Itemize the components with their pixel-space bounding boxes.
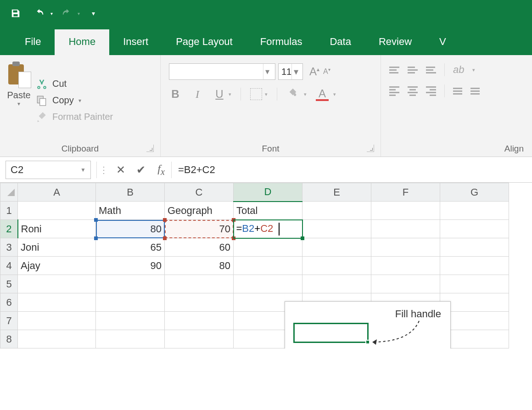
- row-header-7[interactable]: 7: [0, 312, 18, 330]
- cell-D1[interactable]: Total: [234, 202, 302, 220]
- tab-page-layout[interactable]: Page Layout: [162, 29, 246, 55]
- cell-G2[interactable]: [440, 220, 509, 238]
- font-color-button[interactable]: A: [316, 87, 329, 101]
- tab-data[interactable]: Data: [316, 29, 364, 55]
- row-header-5[interactable]: 5: [0, 275, 18, 293]
- cell-E1[interactable]: [302, 202, 371, 220]
- worksheet-grid[interactable]: ABCDEFG1MathGeographTotal2Roni80703Joni6…: [0, 183, 532, 348]
- cell-B2[interactable]: 80: [96, 220, 165, 238]
- align-center-button[interactable]: [408, 86, 418, 96]
- tab-view-partial[interactable]: V: [426, 29, 460, 55]
- cell-F1[interactable]: [371, 202, 440, 220]
- cancel-button[interactable]: ✕: [111, 163, 131, 176]
- bold-button[interactable]: B: [169, 88, 182, 101]
- name-box[interactable]: C2 ▼: [6, 161, 91, 179]
- tab-file[interactable]: File: [11, 29, 55, 55]
- cell-B8[interactable]: [96, 330, 165, 348]
- cell-A5[interactable]: [18, 275, 96, 293]
- cell-G3[interactable]: [440, 238, 509, 257]
- cell-D4[interactable]: [234, 257, 302, 275]
- cell-A4[interactable]: Ajay: [18, 257, 96, 275]
- cell-A3[interactable]: Joni: [18, 238, 96, 257]
- decrease-indent-button[interactable]: [453, 88, 462, 95]
- cell-C2[interactable]: 70: [165, 220, 234, 238]
- cell-E5[interactable]: [302, 275, 371, 293]
- customize-qat-button[interactable]: ▾: [92, 10, 95, 17]
- save-button[interactable]: [6, 5, 26, 22]
- col-header-E[interactable]: E: [302, 183, 371, 202]
- undo-button[interactable]: [29, 5, 50, 22]
- borders-button[interactable]: [250, 88, 262, 100]
- cell-D3[interactable]: [234, 238, 302, 257]
- orientation-button[interactable]: ab: [453, 64, 464, 76]
- enter-button[interactable]: ✔: [131, 163, 151, 176]
- align-middle-button[interactable]: [408, 67, 418, 73]
- fill-color-button[interactable]: [286, 88, 299, 101]
- cell-F5[interactable]: [371, 275, 440, 293]
- row-header-2[interactable]: 2: [0, 220, 18, 238]
- align-left-button[interactable]: [389, 86, 399, 96]
- align-top-button[interactable]: [389, 67, 399, 73]
- formula-input[interactable]: =B2+C2: [172, 164, 532, 176]
- cell-E2[interactable]: [302, 220, 371, 238]
- cell-F3[interactable]: [371, 238, 440, 257]
- row-header-1[interactable]: 1: [0, 202, 18, 220]
- grow-font-button[interactable]: A▴: [309, 65, 319, 78]
- cell-D5[interactable]: [234, 275, 302, 293]
- shrink-font-button[interactable]: A▾: [323, 67, 330, 76]
- cell-G1[interactable]: [440, 202, 509, 220]
- cell-E3[interactable]: [302, 238, 371, 257]
- cell-C4[interactable]: 80: [165, 257, 234, 275]
- cell-A8[interactable]: [18, 330, 96, 348]
- underline-button[interactable]: U: [213, 88, 226, 101]
- cut-button[interactable]: Cut: [36, 78, 113, 90]
- cell-A1[interactable]: [18, 202, 96, 220]
- italic-button[interactable]: I: [191, 88, 204, 101]
- col-header-F[interactable]: F: [371, 183, 440, 202]
- cell-B1[interactable]: Math: [96, 202, 165, 220]
- cell-B7[interactable]: [96, 312, 165, 330]
- align-bottom-button[interactable]: [426, 67, 436, 73]
- insert-function-button[interactable]: fx: [151, 163, 171, 177]
- col-header-C[interactable]: C: [165, 183, 234, 202]
- cell-C7[interactable]: [165, 312, 234, 330]
- cell-C1[interactable]: Geograph: [165, 202, 234, 220]
- cell-B6[interactable]: [96, 293, 165, 312]
- cell-C6[interactable]: [165, 293, 234, 312]
- cell-C3[interactable]: 60: [165, 238, 234, 257]
- undo-dropdown[interactable]: ▾: [50, 11, 53, 16]
- font-size-combo[interactable]: 11▾: [278, 63, 303, 80]
- row-header-6[interactable]: 6: [0, 293, 18, 312]
- select-all-corner[interactable]: [0, 183, 18, 202]
- cell-F2[interactable]: [371, 220, 440, 238]
- row-header-3[interactable]: 3: [0, 238, 18, 257]
- formula-bar-grip[interactable]: ⋮: [97, 164, 111, 175]
- cell-C8[interactable]: [165, 330, 234, 348]
- copy-button[interactable]: Copy ▾: [36, 95, 113, 107]
- paste-button[interactable]: Paste ▾: [6, 60, 31, 141]
- tab-insert[interactable]: Insert: [109, 29, 162, 55]
- cell-C5[interactable]: [165, 275, 234, 293]
- cell-F4[interactable]: [371, 257, 440, 275]
- format-painter-button[interactable]: Format Painter: [36, 111, 113, 123]
- font-name-combo[interactable]: ▾: [169, 63, 275, 80]
- cell-G4[interactable]: [440, 257, 509, 275]
- col-header-D[interactable]: D: [234, 183, 302, 202]
- row-header-8[interactable]: 8: [0, 330, 18, 348]
- clipboard-dialog-launcher[interactable]: [146, 145, 154, 152]
- cell-B4[interactable]: 90: [96, 257, 165, 275]
- cell-A2[interactable]: Roni: [18, 220, 96, 238]
- cell-B3[interactable]: 65: [96, 238, 165, 257]
- cell-D2-editing[interactable]: =B2+C2: [236, 223, 274, 235]
- row-header-4[interactable]: 4: [0, 257, 18, 275]
- align-right-button[interactable]: [426, 86, 436, 96]
- col-header-A[interactable]: A: [18, 183, 96, 202]
- tab-review[interactable]: Review: [365, 29, 426, 55]
- cell-E4[interactable]: [302, 257, 371, 275]
- font-dialog-launcher[interactable]: [367, 145, 374, 152]
- tab-formulas[interactable]: Formulas: [246, 29, 316, 55]
- name-box-dropdown[interactable]: ▼: [80, 167, 86, 173]
- cell-G5[interactable]: [440, 275, 509, 293]
- paste-dropdown[interactable]: ▾: [17, 101, 20, 107]
- cell-A6[interactable]: [18, 293, 96, 312]
